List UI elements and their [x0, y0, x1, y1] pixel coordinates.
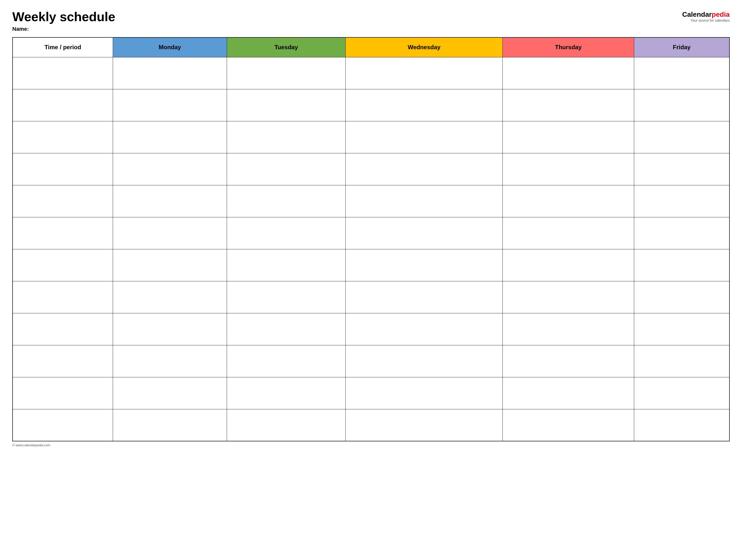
schedule-cell[interactable] — [227, 153, 346, 185]
schedule-cell[interactable] — [346, 89, 502, 121]
schedule-cell[interactable] — [113, 249, 227, 281]
schedule-cell[interactable] — [634, 313, 730, 345]
col-header-wednesday: Wednesday — [346, 38, 502, 57]
schedule-cell[interactable] — [113, 89, 227, 121]
time-cell[interactable] — [12, 281, 113, 313]
table-row — [12, 57, 730, 89]
schedule-cell[interactable] — [502, 281, 634, 313]
schedule-body — [12, 57, 730, 441]
logo-brand2: pedia — [712, 11, 730, 18]
col-header-time: Time / period — [12, 38, 113, 57]
time-cell[interactable] — [12, 89, 113, 121]
schedule-cell[interactable] — [227, 313, 346, 345]
schedule-cell[interactable] — [113, 345, 227, 377]
schedule-cell[interactable] — [346, 345, 502, 377]
logo-text: Calendarpedia — [682, 11, 730, 18]
schedule-cell[interactable] — [227, 377, 346, 409]
schedule-cell[interactable] — [346, 281, 502, 313]
schedule-cell[interactable] — [227, 89, 346, 121]
schedule-cell[interactable] — [113, 313, 227, 345]
schedule-cell[interactable] — [502, 89, 634, 121]
footer-url: © www.calendarpedia.com — [12, 443, 50, 447]
schedule-cell[interactable] — [346, 57, 502, 89]
name-label: Name: — [12, 26, 115, 32]
schedule-cell[interactable] — [346, 185, 502, 217]
time-cell[interactable] — [12, 345, 113, 377]
time-cell[interactable] — [12, 313, 113, 345]
schedule-cell[interactable] — [502, 377, 634, 409]
schedule-cell[interactable] — [113, 377, 227, 409]
col-header-monday: Monday — [113, 38, 227, 57]
schedule-cell[interactable] — [113, 57, 227, 89]
schedule-cell[interactable] — [502, 121, 634, 153]
schedule-cell[interactable] — [346, 409, 502, 441]
schedule-cell[interactable] — [502, 185, 634, 217]
col-header-friday: Friday — [634, 38, 730, 57]
schedule-cell[interactable] — [113, 153, 227, 185]
schedule-cell[interactable] — [634, 57, 730, 89]
schedule-cell[interactable] — [113, 185, 227, 217]
schedule-cell[interactable] — [634, 345, 730, 377]
schedule-cell[interactable] — [346, 249, 502, 281]
time-cell[interactable] — [12, 249, 113, 281]
schedule-cell[interactable] — [227, 249, 346, 281]
table-row — [12, 121, 730, 153]
logo-brand1: Calendar — [682, 11, 712, 18]
schedule-cell[interactable] — [113, 409, 227, 441]
schedule-cell[interactable] — [227, 345, 346, 377]
schedule-cell[interactable] — [227, 57, 346, 89]
page-title: Weekly schedule — [12, 10, 115, 24]
schedule-cell[interactable] — [634, 89, 730, 121]
schedule-cell[interactable] — [634, 153, 730, 185]
schedule-cell[interactable] — [634, 217, 730, 249]
table-row — [12, 281, 730, 313]
title-section: Weekly schedule Name: — [12, 10, 115, 32]
schedule-cell[interactable] — [502, 345, 634, 377]
table-row — [12, 153, 730, 185]
schedule-cell[interactable] — [227, 281, 346, 313]
time-cell[interactable] — [12, 377, 113, 409]
schedule-cell[interactable] — [346, 313, 502, 345]
schedule-cell[interactable] — [227, 217, 346, 249]
table-row — [12, 313, 730, 345]
schedule-cell[interactable] — [113, 121, 227, 153]
schedule-cell[interactable] — [227, 409, 346, 441]
logo-section: Calendarpedia Your source for calendars — [682, 11, 730, 22]
schedule-table: Time / period Monday Tuesday Wednesday T… — [12, 37, 730, 441]
schedule-cell[interactable] — [634, 409, 730, 441]
schedule-cell[interactable] — [634, 185, 730, 217]
time-cell[interactable] — [12, 409, 113, 441]
time-cell[interactable] — [12, 153, 113, 185]
schedule-cell[interactable] — [502, 57, 634, 89]
schedule-cell[interactable] — [502, 249, 634, 281]
schedule-cell[interactable] — [227, 185, 346, 217]
schedule-cell[interactable] — [634, 121, 730, 153]
schedule-cell[interactable] — [634, 249, 730, 281]
schedule-cell[interactable] — [346, 153, 502, 185]
table-row — [12, 377, 730, 409]
schedule-cell[interactable] — [502, 313, 634, 345]
time-cell[interactable] — [12, 57, 113, 89]
schedule-cell[interactable] — [113, 217, 227, 249]
footer: © www.calendarpedia.com — [12, 443, 730, 447]
schedule-cell[interactable] — [346, 121, 502, 153]
table-row — [12, 89, 730, 121]
schedule-cell[interactable] — [634, 281, 730, 313]
schedule-cell[interactable] — [113, 281, 227, 313]
schedule-cell[interactable] — [502, 153, 634, 185]
time-cell[interactable] — [12, 185, 113, 217]
col-header-thursday: Thursday — [502, 38, 634, 57]
time-cell[interactable] — [12, 121, 113, 153]
schedule-cell[interactable] — [502, 409, 634, 441]
time-cell[interactable] — [12, 217, 113, 249]
schedule-cell[interactable] — [634, 377, 730, 409]
schedule-cell[interactable] — [346, 377, 502, 409]
schedule-cell[interactable] — [227, 121, 346, 153]
schedule-cell[interactable] — [346, 217, 502, 249]
table-row — [12, 345, 730, 377]
col-header-tuesday: Tuesday — [227, 38, 346, 57]
schedule-cell[interactable] — [502, 217, 634, 249]
logo-tagline: Your source for calendars — [691, 18, 730, 22]
page-header: Weekly schedule Name: Calendarpedia Your… — [12, 10, 730, 32]
table-header-row: Time / period Monday Tuesday Wednesday T… — [12, 38, 730, 57]
